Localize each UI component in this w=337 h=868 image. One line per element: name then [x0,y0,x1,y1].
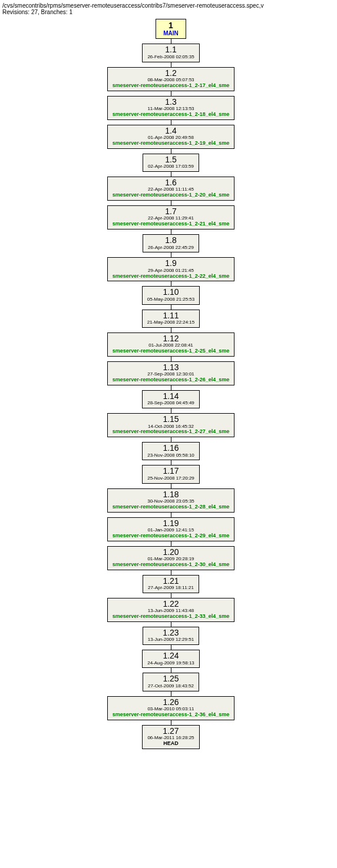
revision-number: 1.4 [113,127,230,135]
revision-node[interactable]: 1.1514-Oct-2008 16:45:32smeserver-remote… [107,413,235,437]
edge [171,541,171,546]
edge [171,328,171,332]
revision-node[interactable]: 1.2527-Oct-2009 18:43:52 [143,673,199,691]
edge [171,252,171,257]
revision-node[interactable]: 1.126-Feb-2008 02:05:35 [142,44,199,62]
revision-number: 1.9 [113,259,230,268]
revision-tag: smeserver-remoteuseraccess-1_2-18_el4_sm… [113,112,230,118]
edge [171,172,171,177]
revision-tag: smeserver-remoteuseraccess-1_2-19_el4_sm… [113,141,230,147]
edge [171,593,171,598]
edge [171,622,171,627]
revision-node[interactable]: 1.2001-Mar-2009 20:28:19smeserver-remote… [107,546,235,570]
revision-date: 23-Nov-2008 05:58:10 [147,453,194,458]
revision-number: 1.21 [148,577,194,586]
edge [171,385,171,390]
revision-node[interactable]: 1.2213-Jun-2009 11:43:48smeserver-remote… [107,598,235,622]
revision-number: 1.1 [147,45,194,54]
edge [171,645,171,650]
revision-number: 1.12 [113,334,230,343]
revision-node[interactable]: 1.311-Mar-2008 12:13:53smeserver-remoteu… [107,96,235,120]
revision-node[interactable]: 1.2603-Mar-2010 05:03:11smeserver-remote… [107,696,235,720]
revision-node[interactable]: 1.2127-Apr-2009 18:11:21 [143,575,199,593]
revision-node[interactable]: 1.502-Apr-2008 17:03:59 [143,154,199,172]
revision-node[interactable]: 1.208-Mar-2008 05:07:53smeserver-remoteu… [107,67,235,91]
edge [171,570,171,575]
revision-node[interactable]: 1.2424-Aug-2009 19:58:13 [142,650,200,668]
revision-date: 24-Aug-2009 19:58:13 [147,661,194,666]
revision-number: 1.14 [147,392,194,401]
revision-number: 1.25 [148,674,194,683]
revision-number: 1.15 [113,415,230,424]
revision-node[interactable]: 1.929-Apr-2008 01:21:45smeserver-remoteu… [107,257,235,281]
edge [171,62,171,67]
revision-number: 1.10 [147,288,195,297]
revision-count: Revisions: 27, Branches: 1 [2,9,337,15]
revision-number: 1.2 [113,69,230,78]
revision-tag: smeserver-remoteuseraccess-1_2-27_el4_sm… [113,429,230,435]
revision-tag: smeserver-remoteuseraccess-1_2-33_el4_sm… [113,614,230,620]
revision-tag: smeserver-remoteuseraccess-1_2-25_el4_sm… [113,348,230,354]
revision-node[interactable]: 1.2706-Mar-2011 16:28:25HEAD [142,725,199,749]
revision-node[interactable]: 1.1901-Jan-2009 12:41:15smeserver-remote… [107,517,235,541]
edge [171,437,171,442]
edge [171,91,171,96]
revision-node[interactable]: 1.1725-Nov-2008 17:20:29 [142,465,200,483]
revision-number: 1.27 [147,727,194,736]
revision-node[interactable]: 1.1623-Nov-2008 05:58:10 [142,442,200,460]
revision-node[interactable]: 1.1428-Sep-2008 04:45:49 [142,390,200,408]
revision-number: 1.6 [113,178,230,187]
revision-date: 27-Apr-2009 18:11:21 [148,586,194,591]
revision-date: 02-Apr-2008 17:03:59 [148,164,194,169]
revision-tag: smeserver-remoteuseraccess-1_2-21_el4_sm… [113,221,230,227]
branch-root-label: MAIN [163,30,179,36]
edge [171,513,171,517]
revision-node[interactable]: 1.2313-Jun-2009 12:29:51 [143,627,199,645]
revision-number: 1.18 [113,490,230,499]
revision-number: 1.19 [113,519,230,528]
revision-tag: smeserver-remoteuseraccess-1_2-22_el4_sm… [113,274,230,280]
revision-node[interactable]: 1.826-Apr-2008 22:45:29 [143,234,199,252]
revision-node[interactable]: 1.1201-Jul-2008 22:08:41smeserver-remote… [107,332,235,357]
revision-number: 1.22 [113,600,230,608]
revision-tag: smeserver-remoteuseraccess-1_2-30_el4_sm… [113,562,230,568]
edge [171,668,171,673]
revision-node[interactable]: 1.622-Apr-2008 11:11:45smeserver-remoteu… [107,177,235,201]
revision-tag: smeserver-remoteuseraccess-1_2-26_el4_sm… [113,377,230,383]
revision-node[interactable]: 1.722-Apr-2008 11:29:41smeserver-remoteu… [107,205,235,230]
revision-number: 1.7 [113,207,230,216]
revision-tag: smeserver-remoteuseraccess-1_2-29_el4_sm… [113,533,230,539]
revision-node[interactable]: 1.1121-May-2008 22:24:15 [142,310,200,328]
revision-node[interactable]: 1.1327-Sep-2008 12:30:01smeserver-remote… [107,361,235,385]
revision-date: 05-May-2008 21:25:53 [147,297,195,302]
revision-number: 1.11 [147,311,195,320]
revision-node[interactable]: 1.1830-Nov-2008 23:05:35smeserver-remote… [107,488,235,513]
revision-tag: smeserver-remoteuseraccess-1_2-20_el4_sm… [113,192,230,198]
revision-date: 26-Apr-2008 22:45:29 [148,245,194,251]
edge [171,201,171,205]
revision-number: 1.17 [147,467,194,475]
edge [171,230,171,234]
revision-number: 1.13 [113,363,230,372]
edge [171,408,171,413]
branch-root-node[interactable]: 1 MAIN [156,19,186,39]
revision-date: 26-Feb-2008 02:05:35 [147,55,194,60]
head-label: HEAD [147,741,194,747]
revision-number: 1.20 [113,548,230,557]
revision-node[interactable]: 1.1005-May-2008 21:25:53 [142,286,200,304]
edge [171,720,171,725]
edge [171,149,171,154]
revision-tag: smeserver-remoteuseraccess-1_2-17_el4_sm… [113,83,230,89]
file-path: /cvs/smecontribs/rpms/smeserver-remoteus… [2,2,337,9]
edge [171,357,171,361]
revision-graph: 1 MAIN 1.126-Feb-2008 02:05:351.208-Mar-… [2,19,337,749]
revision-node[interactable]: 1.401-Apr-2008 20:49:58smeserver-remoteu… [107,125,235,149]
revision-number: 1.23 [148,628,194,637]
revision-date: 27-Oct-2009 18:43:52 [148,684,194,689]
revision-number: 1.26 [113,698,230,707]
revision-date: 28-Sep-2008 04:45:49 [147,401,194,406]
revision-number: 1.24 [147,651,194,660]
revision-date: 13-Jun-2009 12:29:51 [148,637,194,643]
revision-date: 21-May-2008 22:24:15 [147,320,195,325]
revision-date: 25-Nov-2008 17:20:29 [147,476,194,481]
